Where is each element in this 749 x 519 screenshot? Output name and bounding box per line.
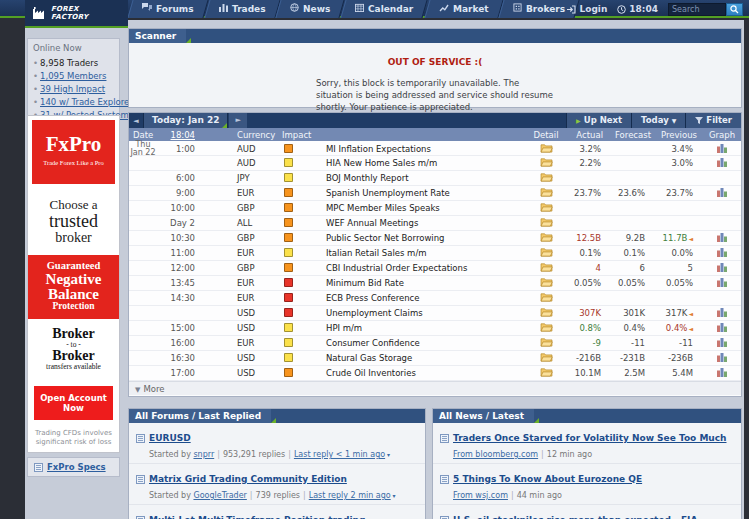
graph-icon[interactable] — [703, 143, 741, 155]
detail-folder-icon[interactable] — [529, 352, 563, 364]
up-next-button[interactable]: ▶Up Next — [566, 113, 631, 128]
tab-news[interactable]: News — [276, 0, 345, 18]
tab-market[interactable]: Market — [424, 0, 503, 18]
detail-folder-icon[interactable] — [529, 322, 563, 334]
calendar-row: 17:00USDCrude Oil Inventories10.1M2.5M5.… — [129, 366, 741, 381]
graph-icon[interactable] — [703, 187, 741, 199]
clock-icon — [617, 5, 626, 14]
calendar-next-day-button[interactable]: ► — [229, 113, 246, 128]
impact-red-icon — [284, 308, 293, 317]
bullet-icon: • — [33, 71, 38, 81]
news-source-link[interactable]: From bloomberg.com — [453, 450, 538, 459]
graph-icon[interactable] — [703, 352, 741, 364]
online-now-link[interactable]: 140 w/ Trade Explorers — [40, 97, 137, 107]
previous-value: -11 — [655, 338, 703, 348]
detail-folder-icon[interactable] — [529, 143, 563, 155]
detail-folder-icon[interactable] — [529, 247, 563, 259]
open-account-button[interactable]: Open Account Now — [34, 386, 113, 420]
online-now-list: •8,958 Traders•1,095 Members•39 High Imp… — [33, 57, 114, 122]
detail-folder-icon[interactable] — [529, 172, 563, 184]
event-time: 1:00 — [157, 144, 199, 154]
fxpro-ad-banner[interactable]: FxPro Trade Forex Like a Pro Choose a tr… — [27, 115, 120, 453]
detail-folder-icon[interactable] — [529, 157, 563, 169]
previous-value: -236B — [655, 353, 703, 363]
calendar-more-button[interactable]: ▼More — [129, 381, 741, 395]
news-source-link[interactable]: From wsj.com — [453, 491, 508, 500]
value: 0.1% — [623, 248, 645, 258]
online-now-item: •8,958 Traders — [33, 57, 114, 70]
expand-caret-icon[interactable]: ▾ — [391, 492, 396, 499]
ad-brand-block: FxPro Trade Forex Like a Pro — [32, 120, 115, 184]
calendar-prev-day-button[interactable]: ◄ — [129, 117, 143, 125]
detail-folder-icon[interactable] — [529, 262, 563, 274]
tab-trades[interactable]: Trades — [204, 0, 280, 18]
thread-starter-link[interactable]: snprr — [193, 450, 214, 459]
thread-title-link[interactable]: Multi-Lot Multi-Timeframe Position tradi… — [149, 515, 365, 519]
today-dropdown-button[interactable]: Today▼ — [631, 113, 685, 128]
event-time: 17:00 — [157, 368, 199, 378]
event-name: Spanish Unemployment Rate — [318, 188, 529, 198]
online-now-item: •39 High Impact — [33, 83, 114, 96]
last-reply-link[interactable]: Last reply < 1 min ago — [294, 450, 385, 459]
thread-title-link[interactable]: Matrix Grid Trading Community Edition — [149, 474, 347, 484]
detail-folder-icon[interactable] — [529, 277, 563, 289]
detail-folder-icon[interactable] — [529, 292, 563, 304]
news-title-link[interactable]: Traders Once Starved for Volatility Now … — [453, 433, 727, 443]
filter-button[interactable]: Filter — [685, 113, 741, 128]
graph-icon[interactable] — [703, 337, 741, 349]
login-button[interactable]: Login — [567, 4, 607, 14]
forum-thread-item: Multi-Lot Multi-Timeframe Position tradi… — [129, 505, 425, 519]
detail-folder-icon[interactable] — [529, 202, 563, 214]
detail-folder-icon[interactable] — [529, 232, 563, 244]
graph-icon[interactable] — [703, 277, 741, 289]
impact-orange-icon — [284, 263, 293, 272]
value: 23.6% — [618, 188, 645, 198]
thread-icon — [136, 428, 145, 447]
detail-folder-icon[interactable] — [529, 187, 563, 199]
graph-icon[interactable] — [703, 157, 741, 169]
event-currency: EUR — [199, 248, 274, 258]
forecast-value: -11 — [611, 338, 655, 348]
thread-title-row: Multi-Lot Multi-Timeframe Position tradi… — [136, 510, 418, 519]
login-icon — [567, 5, 576, 14]
online-now-value: 8,958 Traders — [40, 58, 98, 68]
calendar-row: 14:30EURECB Press Conference — [129, 291, 741, 306]
graph-icon[interactable] — [703, 232, 741, 244]
graph-icon[interactable] — [703, 307, 741, 319]
graph-icon[interactable] — [703, 247, 741, 259]
thread-starter-link[interactable]: GoogleTrader — [193, 491, 246, 500]
col-previous: Previous — [655, 130, 703, 140]
last-reply-link[interactable]: Last reply 2 min ago — [309, 491, 391, 500]
thread-title-link[interactable]: EURUSD — [149, 433, 191, 443]
online-now-link[interactable]: 39 High Impact — [40, 84, 105, 94]
calendar-row: Day 2ALLWEF Annual Meetings — [129, 216, 741, 231]
revision-marker-icon: ◄ — [688, 325, 693, 332]
tab-inner: News — [290, 0, 330, 18]
graph-icon[interactable] — [703, 367, 741, 379]
calendar-date-button[interactable]: Today: Jan 22 — [143, 113, 228, 128]
tab-forums[interactable]: Forums — [127, 0, 208, 18]
graph-icon[interactable] — [703, 262, 741, 274]
forex-factory-logo[interactable]: FOREX FACTORY — [25, 0, 128, 28]
graph-icon[interactable] — [703, 322, 741, 334]
detail-folder-icon[interactable] — [529, 337, 563, 349]
event-currency: AUD — [199, 158, 274, 168]
news-title-link[interactable]: U.S. oil stockpiles rise more than expec… — [453, 515, 697, 519]
fxpro-specs-link[interactable]: FxPro Specs — [47, 462, 106, 472]
col-time-link[interactable]: 18:04 — [157, 130, 199, 140]
event-impact-cell — [274, 233, 318, 244]
detail-folder-icon[interactable] — [529, 307, 563, 319]
detail-folder-icon[interactable] — [529, 367, 563, 379]
market-icon — [439, 0, 449, 18]
tab-calendar[interactable]: Calendar — [341, 0, 428, 18]
search-button[interactable] — [726, 3, 743, 16]
detail-folder-icon[interactable] — [529, 217, 563, 229]
news-age: 44 min ago — [517, 491, 562, 500]
expand-caret-icon[interactable]: ▾ — [385, 451, 390, 458]
online-now-link[interactable]: 1,095 Members — [40, 71, 106, 81]
impact-orange-icon — [284, 368, 293, 377]
forecast-value: 6 — [611, 263, 655, 273]
search-input[interactable] — [668, 3, 726, 16]
value: -231B — [620, 353, 645, 363]
news-title-link[interactable]: 5 Things To Know About Eurozone QE — [453, 474, 642, 484]
